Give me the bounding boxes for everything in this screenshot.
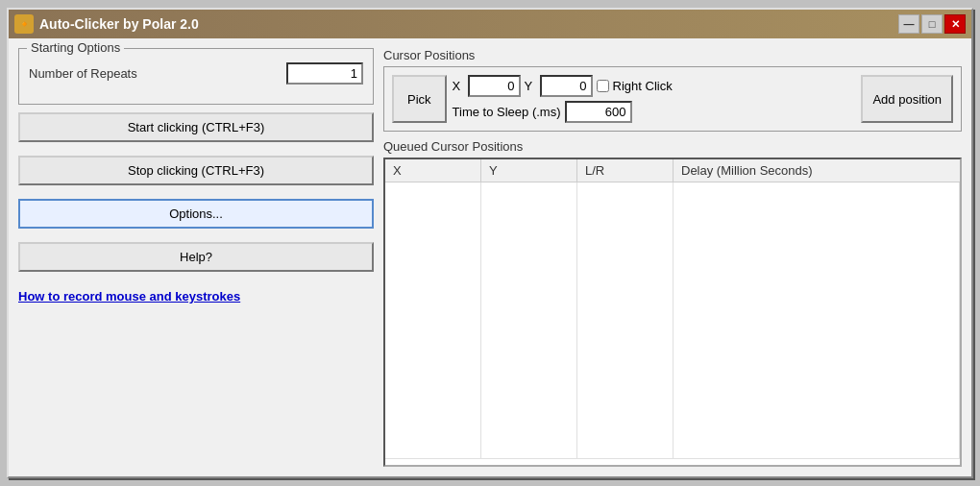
right-click-checkbox[interactable] [597, 80, 609, 92]
stop-clicking-button[interactable]: Stop clicking (CTRL+F3) [18, 156, 374, 185]
right-panel: Cursor Positions Pick X Y [383, 48, 962, 467]
cursor-positions-box: Pick X Y Right Click [383, 66, 962, 132]
queued-label: Queued Cursor Positions [383, 139, 962, 154]
title-controls: — □ ✕ [898, 14, 966, 34]
cursor-row: Pick X Y Right Click [392, 75, 953, 123]
x-label: X [453, 79, 464, 93]
repeats-input[interactable] [286, 62, 363, 85]
right-click-label: Right Click [597, 79, 673, 93]
record-link[interactable]: How to record mouse and keystrokes [18, 289, 374, 304]
minimize-button[interactable]: — [898, 14, 919, 34]
repeats-label: Number of Repeats [29, 66, 137, 81]
left-panel: Starting Options Number of Repeats Start… [18, 48, 374, 467]
table-row [674, 182, 960, 459]
table-row [481, 182, 577, 459]
starting-options-group: Starting Options Number of Repeats [18, 48, 374, 105]
x-input[interactable] [468, 75, 521, 97]
help-button[interactable]: Help? [18, 242, 374, 272]
sleep-row: Time to Sleep (.ms) [453, 101, 673, 123]
cursor-positions-label: Cursor Positions [383, 48, 962, 62]
sleep-label: Time to Sleep (.ms) [453, 105, 561, 119]
app-icon: 🔸 [14, 14, 34, 34]
col-delay: Delay (Million Seconds) [674, 159, 960, 182]
repeats-row: Number of Repeats [29, 62, 363, 85]
options-button[interactable]: Options... [18, 199, 374, 229]
col-x: X [385, 159, 481, 182]
maximize-button[interactable]: □ [921, 14, 943, 34]
y-input[interactable] [540, 75, 593, 97]
table-body [385, 182, 960, 459]
title-bar: 🔸 Auto-Clicker by Polar 2.0 — □ ✕ [9, 10, 971, 38]
queue-table: X Y L/R Delay (Million Seconds) [383, 158, 962, 467]
y-label: Y [525, 79, 536, 93]
main-window: 🔸 Auto-Clicker by Polar 2.0 — □ ✕ Starti… [7, 8, 973, 478]
xy-row: X Y Right Click [453, 75, 673, 97]
title-bar-left: 🔸 Auto-Clicker by Polar 2.0 [14, 14, 199, 34]
add-position-button[interactable]: Add position [861, 75, 953, 123]
table-row [577, 182, 674, 459]
window-title: Auto-Clicker by Polar 2.0 [39, 16, 199, 32]
col-lr: L/R [577, 159, 674, 182]
queued-section: Queued Cursor Positions X Y L/R Delay (M… [383, 139, 962, 467]
start-clicking-button[interactable]: Start clicking (CTRL+F3) [18, 112, 374, 142]
table-header: X Y L/R Delay (Million Seconds) [385, 159, 960, 182]
window-content: Starting Options Number of Repeats Start… [9, 38, 971, 476]
sleep-input[interactable] [565, 101, 632, 123]
right-click-text: Right Click [613, 79, 673, 93]
table-row [385, 182, 481, 459]
cursor-positions-section: Cursor Positions Pick X Y [383, 48, 962, 132]
coord-row: X Y Right Click Time to Sleep (.m [453, 75, 673, 123]
pick-button[interactable]: Pick [392, 75, 447, 123]
col-y: Y [481, 159, 577, 182]
group-title: Starting Options [27, 40, 124, 55]
close-button[interactable]: ✕ [944, 14, 966, 34]
